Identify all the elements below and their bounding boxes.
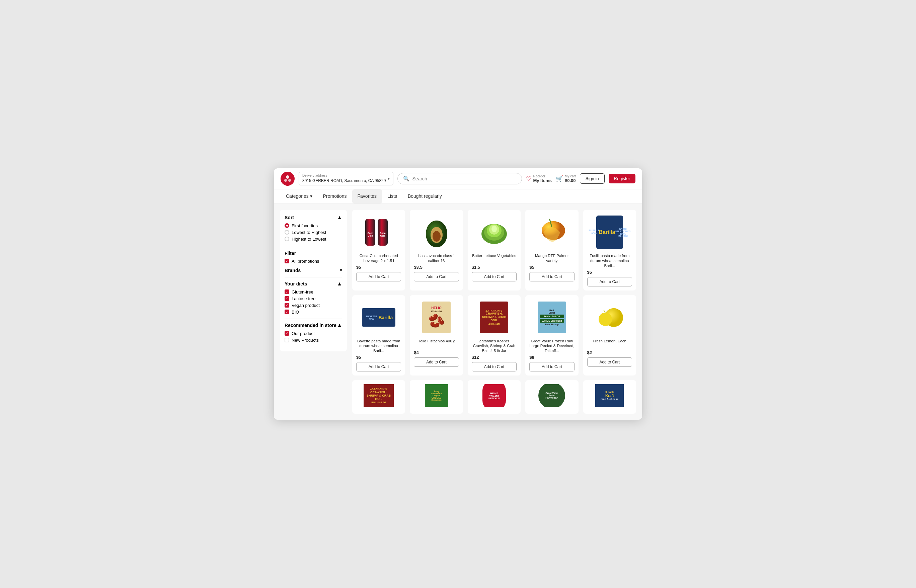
search-bar[interactable]: 🔍 xyxy=(397,173,522,184)
product-card-bavette: BAVETTE Nº13 Barilla Bavette pasta made … xyxy=(352,295,405,376)
nav-item-favorites[interactable]: Favorites xyxy=(352,189,382,204)
checkbox-new-products-icon xyxy=(285,338,289,342)
collapse-sort-icon[interactable]: ▲ xyxy=(337,215,342,221)
product-image-zatarains-jar: ZATARAIN'S CRAWFISH, SHRIMP & CRAB BOIL … xyxy=(472,299,516,336)
product-price: $8 xyxy=(529,355,574,360)
product-name: Hass avocado class 1 caliber 16 xyxy=(414,254,459,263)
svg-point-18 xyxy=(492,226,497,232)
nav-item-bought-regularly[interactable]: Bought regularly xyxy=(403,189,447,204)
svg-text:Coca: Coca xyxy=(380,232,386,234)
product-card-parmesan: Great Value Grated Parmesan xyxy=(525,380,578,414)
nav-item-lists[interactable]: Lists xyxy=(382,189,403,204)
product-name: Mango RTE Palmer variety xyxy=(529,254,574,263)
diet-lactose-free[interactable]: ✓ Lactose free xyxy=(285,296,342,301)
svg-point-23 xyxy=(599,313,612,326)
add-to-cart-button[interactable]: Add to Cart xyxy=(587,277,632,286)
expand-brands-icon[interactable]: ▾ xyxy=(340,268,342,273)
logo[interactable] xyxy=(280,172,295,186)
product-card-shrimp: BAP Large Peeled Tail-Off LARGE Value Ba… xyxy=(525,295,578,376)
filter-all-promotions[interactable]: ✓ All promotions xyxy=(285,259,342,264)
product-price: $12 xyxy=(472,355,516,360)
add-to-cart-button[interactable]: Add to Cart xyxy=(472,362,516,372)
brands-section: Brands ▾ xyxy=(285,268,342,273)
svg-point-0 xyxy=(286,175,289,179)
cart-amount: $0.00 xyxy=(565,178,576,183)
product-price: $5 xyxy=(356,265,401,270)
svg-text:Cola: Cola xyxy=(368,234,373,237)
brands-title: Brands xyxy=(285,268,301,273)
delivery-address-text: 8915 GERBER ROAD, Sacramento, CA 95829 xyxy=(302,178,386,183)
browser-window: Delivery address 8915 GERBER ROAD, Sacra… xyxy=(274,168,642,420)
recommended-section: Recommended in store ▲ ✓ Our product New… xyxy=(285,322,342,343)
main-content: Sort ▲ First favorites Lowest to Highest… xyxy=(274,204,642,420)
product-price: $2 xyxy=(587,350,632,355)
product-card-lettuce: Butter Lettuce Vegetables $1.5 Add to Ca… xyxy=(468,210,521,291)
add-to-cart-button[interactable]: Add to Cart xyxy=(414,272,459,281)
sort-lowest-highest[interactable]: Lowest to Highest xyxy=(285,230,342,235)
add-to-cart-button[interactable]: Add to Cart xyxy=(356,362,401,372)
recommended-new-products[interactable]: New Products xyxy=(285,338,342,343)
product-name: Butter Lettuce Vegetables xyxy=(472,254,516,263)
nav-item-categories[interactable]: Categories ▾ xyxy=(280,189,318,204)
product-price: $3.5 xyxy=(414,265,459,270)
product-card-zatarains-box: ZATARAIN'S CRAWFISH, SHRIMP & CRAB BOIL … xyxy=(352,380,405,414)
add-to-cart-button[interactable]: Add to Cart xyxy=(529,362,574,372)
cart-icon: 🛒 xyxy=(556,175,563,183)
product-image-lettuce xyxy=(472,214,516,250)
filter-section: Filter ✓ All promotions xyxy=(285,250,342,264)
product-name: Fresh Lemon, Each xyxy=(587,339,632,349)
product-price: $5 xyxy=(356,355,401,360)
product-name: Fusilli pasta made from durum wheat semo… xyxy=(587,254,632,268)
diet-gluten-free[interactable]: ✓ Gluten-free xyxy=(285,289,342,294)
product-card-lemon: Fresh Lemon, Each $2 Add to Cart xyxy=(583,295,636,376)
add-to-cart-button[interactable]: Add to Cart xyxy=(472,272,516,281)
product-price: $1.5 xyxy=(472,265,516,270)
diets-title: Your diets xyxy=(285,281,307,286)
add-to-cart-button[interactable]: Add to Cart xyxy=(529,272,574,281)
product-name: Helio Fistachios 400 g xyxy=(414,339,459,349)
diet-bio[interactable]: ✓ BIO xyxy=(285,310,342,315)
product-image-mango xyxy=(529,214,574,250)
checkbox-bio-icon: ✓ xyxy=(285,310,289,314)
add-to-cart-button[interactable]: Add to Cart xyxy=(587,357,632,367)
svg-point-2 xyxy=(288,179,291,182)
product-name: Coca-Cola carbonated beverage 2 x 1.5 l xyxy=(356,254,401,263)
collapse-diets-icon[interactable]: ▲ xyxy=(337,281,342,287)
product-card-tony: Tony Chachere's Original CREOLE Seasonin… xyxy=(410,380,463,414)
delivery-address[interactable]: Delivery address 8915 GERBER ROAD, Sacra… xyxy=(299,172,393,186)
product-image-parmesan: Great Value Grated Parmesan xyxy=(529,384,574,407)
collapse-recommended-icon[interactable]: ▲ xyxy=(337,322,342,328)
products-area: Coca Cola Coca Cola Coca-Cola carbonated… xyxy=(352,210,636,414)
chevron-icon: ▾ xyxy=(310,194,312,199)
diet-vegan[interactable]: ✓ Vegan product xyxy=(285,303,342,308)
checkbox-our-product-icon: ✓ xyxy=(285,331,289,336)
add-to-cart-button[interactable]: Add to Cart xyxy=(356,272,401,281)
heart-icon: ♡ xyxy=(526,175,531,183)
search-input[interactable] xyxy=(412,176,516,181)
nav-bar: Categories ▾ Promotions Favorites Lists … xyxy=(274,189,642,204)
sort-highest-lowest[interactable]: Highest to Lowest xyxy=(285,237,342,242)
product-image-mac-cheese: 5 pack Kraft mac & cheese xyxy=(587,384,632,407)
search-icon: 🔍 xyxy=(403,176,409,182)
cart-button[interactable]: 🛒 My cart $0.00 xyxy=(556,174,576,183)
product-image-helio: HELIO Fistasiki 🫘 xyxy=(414,299,459,336)
sign-in-button[interactable]: Sign in xyxy=(580,173,605,184)
svg-text:Coca: Coca xyxy=(367,232,373,234)
add-to-cart-button[interactable]: Add to Cart xyxy=(414,357,459,367)
product-name: Zatarain's Kosher Crawfish, Shrimp & Cra… xyxy=(472,339,516,354)
recommended-our-product[interactable]: ✓ Our product xyxy=(285,331,342,336)
cart-label: My cart xyxy=(565,174,576,178)
sort-first-favorites[interactable]: First favorites xyxy=(285,223,342,228)
product-card-mango: Mango RTE Palmer variety $5 Add to Cart xyxy=(525,210,578,291)
product-image-shrimp: BAP Large Peeled Tail-Off LARGE Value Ba… xyxy=(529,299,574,336)
products-grid: Coca Cola Coca Cola Coca-Cola carbonated… xyxy=(352,210,636,414)
checkbox-gluten-icon: ✓ xyxy=(285,289,289,294)
radio-unchecked-icon xyxy=(285,230,289,234)
product-price: $4 xyxy=(414,350,459,355)
register-button[interactable]: Register xyxy=(609,174,636,183)
nav-item-promotions[interactable]: Promotions xyxy=(318,189,352,204)
reorder-button[interactable]: ♡ Reorder My Items xyxy=(526,174,552,183)
product-price: $5 xyxy=(587,270,632,275)
product-card-heinz: HEINZ TOMATO KETCHUP xyxy=(468,380,521,414)
chevron-down-icon: ▾ xyxy=(388,176,390,181)
